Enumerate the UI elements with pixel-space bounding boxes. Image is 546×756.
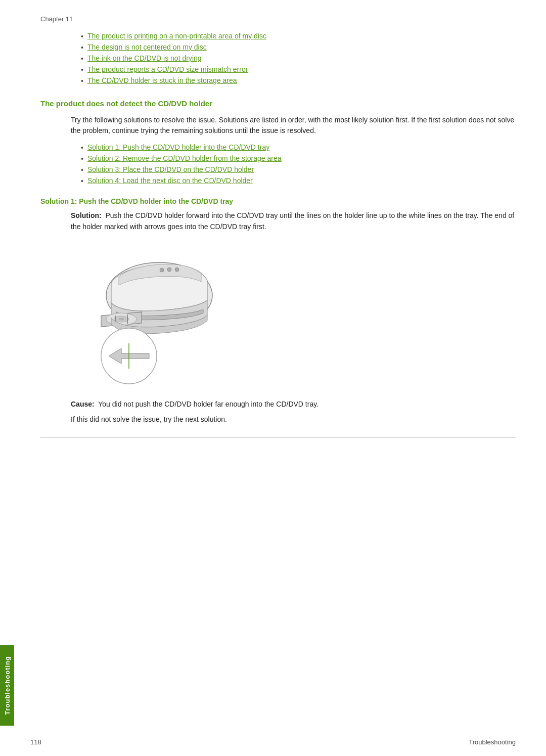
link-holder-stuck[interactable]: The CD/DVD holder is stuck in the storag…	[87, 76, 237, 84]
printer-image-area	[71, 242, 485, 389]
solution-label: Solution:	[71, 211, 102, 219]
list-item: Solution 2: Remove the CD/DVD holder fro…	[81, 154, 516, 163]
list-item: The product is printing on a non-printab…	[81, 32, 516, 40]
solution-link-list: Solution 1: Push the CD/DVD holder into …	[81, 143, 516, 185]
link-design-centered[interactable]: The design is not centered on my disc	[87, 43, 207, 51]
cause-label: Cause:	[71, 400, 95, 408]
list-item: Solution 3: Place the CD/DVD on the CD/D…	[81, 165, 516, 174]
svg-point-6	[160, 268, 164, 272]
link-non-printable[interactable]: The product is printing on a non-printab…	[87, 32, 266, 40]
link-solution-4[interactable]: Solution 4: Load the next disc on the CD…	[87, 176, 253, 185]
link-size-mismatch[interactable]: The product reports a CD/DVD size mismat…	[87, 65, 248, 73]
chapter-label: Chapter 11	[40, 15, 516, 23]
solution1-text-block: Solution: Push the CD/DVD holder forward…	[71, 210, 516, 232]
link-ink-drying[interactable]: The ink on the CD/DVD is not drying	[87, 54, 202, 62]
sidebar: Troubleshooting	[0, 645, 14, 726]
printer-illustration	[71, 242, 233, 389]
section-intro-text: Try the following solutions to resolve t…	[71, 115, 516, 136]
footer-section-label: Troubleshooting	[469, 738, 516, 746]
sidebar-label: Troubleshooting	[4, 656, 11, 715]
list-item: The ink on the CD/DVD is not drying	[81, 54, 516, 63]
cause-text: You did not push the CD/DVD holder far e…	[98, 400, 318, 408]
cause-block: Cause: You did not push the CD/DVD holde…	[71, 399, 516, 410]
svg-point-8	[175, 268, 179, 272]
svg-point-3	[119, 318, 124, 320]
link-solution-2[interactable]: Solution 2: Remove the CD/DVD holder fro…	[87, 154, 282, 162]
footer: 118 Troubleshooting	[30, 738, 516, 746]
list-item: The design is not centered on my disc	[81, 43, 516, 52]
link-solution-1[interactable]: Solution 1: Push the CD/DVD holder into …	[87, 143, 269, 151]
solution1-body: Push the CD/DVD holder forward into the …	[71, 211, 514, 231]
list-item: Solution 1: Push the CD/DVD holder into …	[81, 143, 516, 152]
svg-point-7	[167, 268, 171, 272]
next-solution-text: If this did not solve the issue, try the…	[71, 414, 516, 425]
solution1-heading: Solution 1: Push the CD/DVD holder into …	[40, 197, 516, 205]
section-divider	[40, 437, 516, 438]
list-item: The CD/DVD holder is stuck in the storag…	[81, 76, 516, 85]
page-number: 118	[30, 738, 41, 746]
section-heading-detect: The product does not detect the CD/DVD h…	[40, 99, 516, 108]
list-item: Solution 4: Load the next disc on the CD…	[81, 176, 516, 185]
link-solution-3[interactable]: Solution 3: Place the CD/DVD on the CD/D…	[87, 165, 254, 173]
list-item: The product reports a CD/DVD size mismat…	[81, 65, 516, 74]
top-link-list: The product is printing on a non-printab…	[81, 32, 516, 85]
